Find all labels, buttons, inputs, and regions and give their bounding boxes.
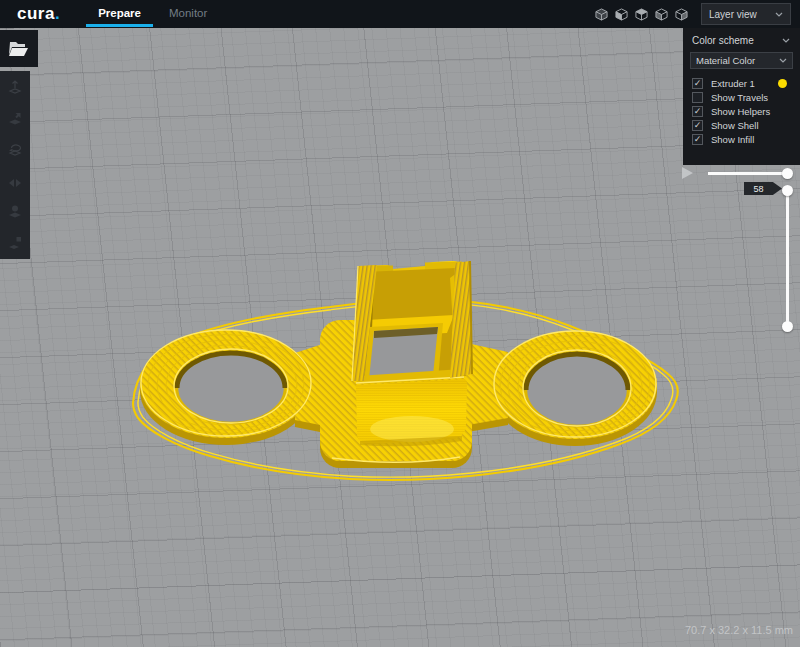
checkbox-icon: ✓ bbox=[692, 134, 703, 145]
front-view-icon[interactable] bbox=[615, 8, 628, 21]
view-mode-dropdown[interactable]: Layer view bbox=[701, 3, 791, 25]
solid-view-icon[interactable] bbox=[595, 8, 608, 21]
checkbox-icon: ✓ bbox=[692, 92, 703, 103]
color-scheme-header[interactable]: Color scheme bbox=[683, 28, 800, 52]
extruder-color-swatch bbox=[778, 79, 787, 88]
simulation-slider-handle[interactable] bbox=[782, 168, 793, 179]
checkbox-show-travels[interactable]: ✓ Show Travels bbox=[692, 92, 800, 102]
chevron-down-icon bbox=[779, 58, 787, 63]
open-file-button[interactable] bbox=[0, 30, 38, 67]
scale-tool-icon[interactable] bbox=[4, 108, 26, 129]
top-bar: cura. Prepare Monitor Layer view bbox=[0, 0, 800, 28]
checkbox-extruder-1[interactable]: ✓ Extruder 1 bbox=[692, 78, 800, 88]
layer-slider-top-handle[interactable] bbox=[782, 185, 793, 196]
camera-view-buttons bbox=[595, 8, 688, 21]
tab-prepare[interactable]: Prepare bbox=[84, 0, 155, 28]
stage-tabs: Prepare Monitor bbox=[84, 0, 221, 28]
layer-slider-bottom-handle[interactable] bbox=[782, 321, 793, 332]
viewport-3d[interactable]: 70.7 x 32.2 x 11.5 mm bbox=[0, 28, 800, 647]
model-dimensions-label: 70.7 x 32.2 x 11.5 mm bbox=[685, 624, 793, 636]
right-hole bbox=[523, 350, 631, 426]
support-blocker-icon[interactable] bbox=[4, 232, 26, 253]
model-3d-preview[interactable] bbox=[0, 28, 800, 647]
center-tower bbox=[352, 261, 472, 446]
move-tool-icon[interactable] bbox=[4, 77, 26, 98]
top-view-icon[interactable] bbox=[635, 8, 648, 21]
rotate-tool-icon[interactable] bbox=[4, 139, 26, 160]
color-scheme-label: Color scheme bbox=[692, 35, 754, 46]
checkbox-show-infill[interactable]: ✓ Show Infill bbox=[692, 134, 800, 144]
per-model-settings-icon[interactable] bbox=[4, 201, 26, 222]
cura-window: 70.7 x 32.2 x 11.5 mm cura. Prepare Moni… bbox=[0, 0, 800, 647]
simulation-play-button[interactable] bbox=[682, 167, 693, 179]
open-file-folder-icon bbox=[9, 41, 29, 57]
checkbox-icon: ✓ bbox=[692, 78, 703, 89]
layer-view-options: ✓ Extruder 1 ✓ Show Travels ✓ Show Helpe… bbox=[683, 78, 800, 144]
tab-monitor[interactable]: Monitor bbox=[155, 0, 221, 28]
chevron-down-icon bbox=[782, 38, 790, 43]
left-hole bbox=[174, 349, 288, 423]
right-view-icon[interactable] bbox=[675, 8, 688, 21]
color-scheme-select[interactable]: Material Color bbox=[690, 52, 793, 69]
mirror-tool-icon[interactable] bbox=[4, 170, 26, 191]
checkbox-icon: ✓ bbox=[692, 120, 703, 131]
layer-view-panel: Color scheme Material Color ✓ Extruder 1… bbox=[683, 28, 800, 165]
checkbox-icon: ✓ bbox=[692, 106, 703, 117]
left-view-icon[interactable] bbox=[655, 8, 668, 21]
tool-sidebar bbox=[0, 71, 30, 259]
checkbox-show-helpers[interactable]: ✓ Show Helpers bbox=[692, 106, 800, 116]
checkbox-show-shell[interactable]: ✓ Show Shell bbox=[692, 120, 800, 130]
layer-slider-track[interactable] bbox=[786, 190, 789, 327]
chevron-down-icon bbox=[775, 12, 783, 17]
app-logo: cura. bbox=[17, 0, 60, 28]
simulation-slider-track[interactable] bbox=[708, 172, 788, 175]
